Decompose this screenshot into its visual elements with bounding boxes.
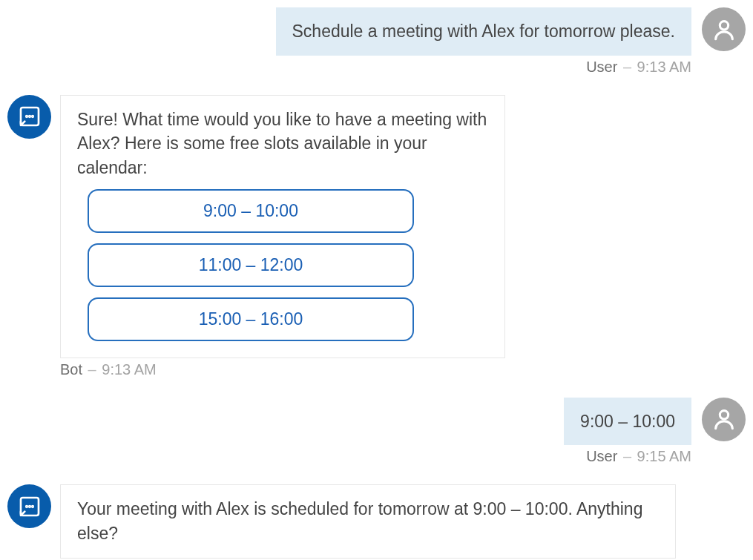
message-text: Sure! What time would you like to have a… <box>77 110 487 177</box>
message-meta: Bot – 9:13 AM <box>60 361 157 378</box>
user-avatar <box>702 398 746 441</box>
chatbot-icon <box>18 105 42 128</box>
chat-transcript: Schedule a meeting with Alex for tomorro… <box>7 7 746 560</box>
timestamp: 9:15 AM <box>637 448 691 464</box>
message-text: Your meeting with Alex is scheduled for … <box>77 499 642 543</box>
user-message-bubble: 9:00 – 10:00 <box>564 398 691 446</box>
bot-message-bubble: Sure! What time would you like to have a… <box>60 95 505 358</box>
user-avatar <box>702 7 746 51</box>
chatbot-icon <box>18 495 42 518</box>
svg-point-0 <box>720 21 728 29</box>
message-row-user: 9:00 – 10:00 User – 9:15 AM <box>7 398 746 481</box>
bot-avatar <box>7 95 51 139</box>
person-icon <box>711 17 737 42</box>
message-meta: User – 9:15 AM <box>586 448 691 465</box>
svg-point-2 <box>26 116 27 117</box>
sender-label: User <box>586 59 617 75</box>
message-meta: User – 9:13 AM <box>586 59 691 76</box>
svg-point-4 <box>32 116 33 117</box>
bot-avatar <box>7 484 51 528</box>
time-slot-options: 9:00 – 10:00 11:00 – 12:00 15:00 – 16:00 <box>77 189 488 346</box>
meta-separator: – <box>623 59 631 75</box>
message-column: Sure! What time would you like to have a… <box>60 95 505 393</box>
bot-message-bubble: Your meeting with Alex is scheduled for … <box>60 484 676 558</box>
svg-point-9 <box>32 506 33 507</box>
time-slot-option-2[interactable]: 11:00 – 12:00 <box>88 243 414 287</box>
message-text: 9:00 – 10:00 <box>580 412 675 431</box>
user-message-bubble: Schedule a meeting with Alex for tomorro… <box>276 7 692 56</box>
message-column: 9:00 – 10:00 User – 9:15 AM <box>564 398 691 481</box>
sender-label: Bot <box>60 361 82 378</box>
message-column: Schedule a meeting with Alex for tomorro… <box>276 7 692 90</box>
svg-point-8 <box>29 506 30 507</box>
time-slot-option-1[interactable]: 9:00 – 10:00 <box>88 189 414 233</box>
message-row-user: Schedule a meeting with Alex for tomorro… <box>7 7 746 90</box>
sender-label: User <box>586 448 617 464</box>
message-text: Schedule a meeting with Alex for tomorro… <box>292 22 676 41</box>
person-icon <box>711 406 737 432</box>
svg-point-5 <box>720 411 728 419</box>
message-row-bot: Your meeting with Alex is scheduled for … <box>7 484 746 560</box>
meta-separator: – <box>88 361 96 378</box>
svg-point-3 <box>29 116 30 117</box>
svg-point-7 <box>26 506 27 507</box>
time-slot-option-3[interactable]: 15:00 – 16:00 <box>88 297 414 341</box>
timestamp: 9:13 AM <box>102 361 156 378</box>
message-column: Your meeting with Alex is scheduled for … <box>60 484 676 560</box>
meta-separator: – <box>623 448 631 464</box>
timestamp: 9:13 AM <box>637 59 691 75</box>
message-row-bot: Sure! What time would you like to have a… <box>7 95 746 393</box>
